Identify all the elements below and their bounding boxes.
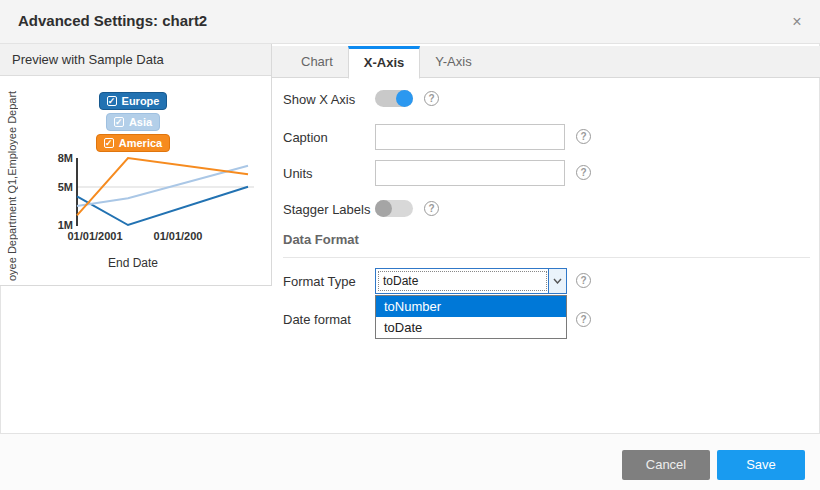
- y-tick-5m: 5M: [58, 181, 73, 193]
- help-icon-units[interactable]: ?: [576, 165, 591, 180]
- tab-x-axis[interactable]: X-Axis: [348, 46, 420, 79]
- tab-y-axis[interactable]: Y-Axis: [420, 46, 486, 77]
- toggle-knob: [375, 200, 392, 217]
- section-divider: [283, 257, 810, 258]
- footer: Cancel Save: [0, 433, 820, 490]
- close-icon[interactable]: ×: [786, 11, 808, 33]
- checkbox-icon: ✓: [104, 138, 114, 148]
- units-input[interactable]: [375, 160, 565, 186]
- stagger-labels-toggle[interactable]: [375, 200, 413, 217]
- y-tick-8m: 8M: [58, 152, 73, 164]
- show-x-axis-label: Show X Axis: [283, 92, 355, 107]
- preview-header: Preview with Sample Data: [0, 44, 271, 76]
- advanced-settings-dialog: Advanced Settings: chart2 × Preview with…: [0, 0, 820, 490]
- stagger-labels-label: Stagger Labels: [283, 202, 370, 217]
- preview-chart: 8M 5M 1M 01/01/2001 01/01/200: [50, 150, 262, 244]
- help-icon-date-format[interactable]: ?: [576, 312, 591, 327]
- help-icon-format-type[interactable]: ?: [576, 273, 591, 288]
- dropdown-option-tonumber[interactable]: toNumber: [376, 296, 566, 317]
- x-tick-last: 01/01/200: [154, 230, 203, 242]
- page-title: Advanced Settings: chart2: [18, 12, 207, 29]
- legend-label: America: [119, 137, 162, 149]
- help-icon-caption[interactable]: ?: [576, 129, 591, 144]
- x-axis-title: End Date: [58, 256, 208, 270]
- cancel-button[interactable]: Cancel: [622, 450, 710, 480]
- dropdown-option-todate[interactable]: toDate: [376, 317, 566, 338]
- save-button[interactable]: Save: [717, 450, 805, 480]
- legend: ✓Europe✓Asia✓America: [58, 92, 208, 155]
- help-icon-show-x-axis[interactable]: ?: [424, 91, 439, 106]
- legend-label: Europe: [122, 95, 160, 107]
- preview-panel: Preview with Sample Data oyee Department…: [0, 44, 272, 286]
- date-format-label: Date format: [283, 312, 351, 327]
- toggle-knob: [396, 90, 413, 107]
- checkbox-icon: ✓: [107, 96, 117, 106]
- x-tick-first: 01/01/2001: [67, 230, 122, 242]
- format-type-dropdown-list: toNumbertoDate: [375, 295, 567, 339]
- series-line-europe: [77, 187, 248, 225]
- chevron-down-icon: [548, 269, 566, 293]
- legend-item-europe[interactable]: ✓Europe: [99, 92, 168, 110]
- y-axis-title: oyee Department Q1,Employee Depart: [6, 82, 18, 290]
- help-icon-stagger-labels[interactable]: ?: [424, 201, 439, 216]
- legend-label: Asia: [129, 116, 152, 128]
- title-bar: Advanced Settings: chart2 ×: [0, 0, 820, 44]
- format-type-select[interactable]: toDate: [375, 268, 567, 294]
- caption-label: Caption: [283, 130, 328, 145]
- data-format-heading: Data Format: [283, 232, 359, 247]
- format-type-value: toDate: [379, 272, 546, 290]
- tab-bar: ChartX-AxisY-Axis: [272, 46, 820, 78]
- tab-chart[interactable]: Chart: [286, 46, 348, 77]
- show-x-axis-toggle[interactable]: [375, 90, 413, 107]
- checkbox-icon: ✓: [114, 117, 124, 127]
- units-label: Units: [283, 166, 313, 181]
- format-type-label: Format Type: [283, 274, 356, 289]
- caption-input[interactable]: [375, 124, 565, 150]
- preview-chart-plot: [77, 158, 248, 225]
- legend-item-asia[interactable]: ✓Asia: [106, 113, 160, 131]
